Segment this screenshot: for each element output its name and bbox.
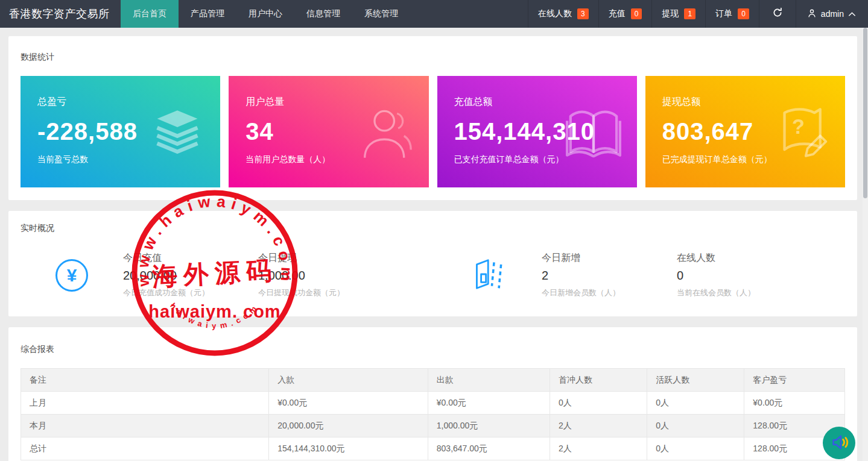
- metric-today-new: 今日新增 2 今日新增会员数（人）: [542, 252, 677, 298]
- refresh-icon: [772, 7, 783, 20]
- realtime-row: ¥ 今日充值 20,000.00 今日充值成功金额（元） 今日提现 1,000.…: [21, 252, 845, 298]
- col-header-payout: 出款: [428, 369, 550, 392]
- menu-item-products[interactable]: 产品管理: [179, 0, 236, 28]
- yen-symbol: ¥: [67, 265, 77, 286]
- status-badge: 3: [577, 8, 589, 19]
- metric-today-withdraw: 今日提现 1,000.00 今日提现成功金额（元）: [258, 252, 393, 298]
- metric-online-users: 在线人数 0 当前在线会员数（人）: [677, 252, 812, 298]
- nav-right-group: 在线人数 3 充值 0 提现 1 订单 0 admin: [528, 0, 868, 28]
- metric-value: 1,000.00: [258, 269, 393, 283]
- table-cell: 2人: [550, 437, 647, 460]
- metric-value: 0: [677, 269, 812, 283]
- prism-icon: [474, 257, 504, 293]
- stat-cards-row: 总盈亏 -228,588 当前盈亏总数 用户总量 34 当前用户总数量（人）: [21, 76, 845, 187]
- metric-label: 今日充值: [123, 252, 258, 265]
- table-row-this-month: 本月 20,000.00元 1,000.00元 2人 0人 128.00元: [21, 415, 845, 437]
- table-cell: 上月: [21, 392, 269, 415]
- document-edit-icon: ?: [779, 107, 829, 161]
- status-label: 订单: [715, 8, 732, 19]
- menu-item-info[interactable]: 信息管理: [294, 0, 352, 28]
- metric-desc: 今日新增会员数（人）: [542, 287, 677, 298]
- table-cell: 803,647.00元: [428, 437, 550, 460]
- username-label: admin: [821, 9, 844, 19]
- menu-item-label: 产品管理: [191, 8, 224, 19]
- menu-item-users[interactable]: 用户中心: [236, 0, 294, 28]
- nav-online-count[interactable]: 在线人数 3: [528, 0, 598, 28]
- metric-desc: 当前在线会员数（人）: [677, 287, 812, 298]
- book-icon: [566, 108, 621, 160]
- scrollbar-track[interactable]: [863, 28, 868, 461]
- panel-title-realtime: 实时概况: [21, 223, 845, 234]
- status-label: 在线人数: [538, 8, 572, 19]
- panel-title-stats: 数据统计: [21, 52, 845, 63]
- sound-float-button[interactable]: [823, 427, 855, 459]
- table-cell: 总计: [21, 437, 269, 460]
- metric-today-recharge: 今日充值 20,000.00 今日充值成功金额（元）: [123, 252, 258, 298]
- table-cell: 0人: [647, 437, 744, 460]
- realtime-panel: 实时概况 ¥ 今日充值 20,000.00 今日充值成功金额（元） 今日提现 1…: [8, 211, 857, 316]
- nav-recharge-count[interactable]: 充值 0: [598, 0, 652, 28]
- user-menu[interactable]: admin: [796, 0, 868, 28]
- metric-label: 在线人数: [677, 252, 812, 265]
- col-header-active: 活跃人数: [647, 369, 744, 392]
- table-row-last-month: 上月 ¥0.00元 ¥0.00元 0人 0人 ¥0.00元: [21, 392, 845, 415]
- metric-desc: 今日提现成功金额（元）: [258, 287, 393, 298]
- nav-order-count[interactable]: 订单 0: [705, 0, 759, 28]
- layers-icon: [150, 109, 204, 158]
- status-label: 提现: [662, 8, 679, 19]
- scrollbar-thumb[interactable]: [863, 28, 867, 198]
- main-menu: 后台首页 产品管理 用户中心 信息管理 系统管理: [121, 0, 410, 28]
- top-navbar: 香港数字资产交易所 后台首页 产品管理 用户中心 信息管理 系统管理 在线人数 …: [0, 0, 868, 28]
- refresh-button[interactable]: [759, 0, 796, 28]
- table-cell: 0人: [647, 415, 744, 437]
- chevron-up-icon: [848, 9, 856, 19]
- card-label: 充值总额: [454, 96, 620, 108]
- table-row-total: 总计 154,144,310.00元 803,647.00元 2人 0人 128…: [21, 437, 845, 460]
- nav-withdraw-count[interactable]: 提现 1: [651, 0, 705, 28]
- stat-card-withdraw-total: 提现总额 803,647 已完成提现订单总金额（元） ?: [645, 76, 845, 187]
- speaker-icon: [829, 432, 849, 454]
- table-cell: 0人: [647, 392, 744, 415]
- col-header-firstpay: 首冲人数: [550, 369, 647, 392]
- status-badge: 1: [684, 8, 695, 19]
- stats-panel: 数据统计 总盈亏 -228,588 当前盈亏总数 用户总量 34 当前用户总数量…: [8, 36, 857, 200]
- table-header-row: 备注 入款 出款 首冲人数 活跃人数 客户盈亏: [21, 369, 845, 392]
- report-table: 备注 入款 出款 首冲人数 活跃人数 客户盈亏 上月 ¥0.00元 ¥0.00元…: [21, 368, 845, 460]
- report-panel: 综合报表 备注 入款 出款 首冲人数 活跃人数 客户盈亏 上月 ¥0.00元 ¥…: [8, 327, 857, 461]
- metric-value: 20,000.00: [123, 269, 258, 283]
- table-cell: 1,000.00元: [428, 415, 550, 437]
- col-header-remark: 备注: [21, 369, 269, 392]
- status-label: 充值: [609, 8, 626, 19]
- col-header-income: 入款: [269, 369, 428, 392]
- metric-value: 2: [542, 269, 677, 283]
- table-cell: 本月: [21, 415, 269, 437]
- panel-title-report: 综合报表: [21, 344, 845, 355]
- brand-title: 香港数字资产交易所: [0, 0, 121, 28]
- users-icon: [361, 105, 413, 162]
- table-cell: 20,000.00元: [269, 415, 428, 437]
- menu-item-dashboard[interactable]: 后台首页: [121, 0, 179, 28]
- col-header-profit: 客户盈亏: [744, 369, 845, 392]
- user-icon: [807, 8, 817, 20]
- menu-item-label: 用户中心: [249, 8, 282, 19]
- metric-label: 今日提现: [258, 252, 393, 265]
- yen-circle-icon: ¥: [55, 259, 88, 292]
- table-cell: ¥0.00元: [269, 392, 428, 415]
- menu-item-system[interactable]: 系统管理: [352, 0, 410, 28]
- stat-card-total-users: 用户总量 34 当前用户总数量（人）: [229, 76, 428, 187]
- table-cell: 2人: [550, 415, 647, 437]
- svg-text:?: ?: [792, 114, 805, 137]
- table-cell: 154,144,310.00元: [269, 437, 428, 460]
- card-label: 总盈亏: [37, 96, 203, 108]
- status-badge: 0: [631, 8, 642, 19]
- stat-card-profit: 总盈亏 -228,588 当前盈亏总数: [21, 76, 220, 187]
- table-cell: ¥0.00元: [428, 392, 550, 415]
- metric-label: 今日新增: [542, 252, 677, 265]
- menu-item-label: 系统管理: [364, 8, 398, 19]
- menu-item-label: 信息管理: [306, 8, 340, 19]
- table-cell: 0人: [550, 392, 647, 415]
- status-badge: 0: [738, 8, 749, 19]
- menu-item-label: 后台首页: [133, 8, 166, 19]
- metric-desc: 今日充值成功金额（元）: [123, 287, 258, 298]
- table-cell: ¥0.00元: [744, 392, 845, 415]
